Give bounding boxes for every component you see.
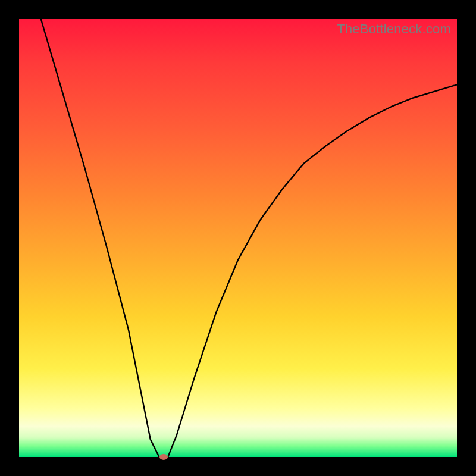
bottleneck-curve	[41, 19, 457, 457]
optimal-marker	[159, 454, 168, 460]
plot-area: TheBottleneck.com	[19, 19, 457, 457]
curve-layer	[19, 19, 457, 457]
chart-frame: TheBottleneck.com	[0, 0, 476, 476]
